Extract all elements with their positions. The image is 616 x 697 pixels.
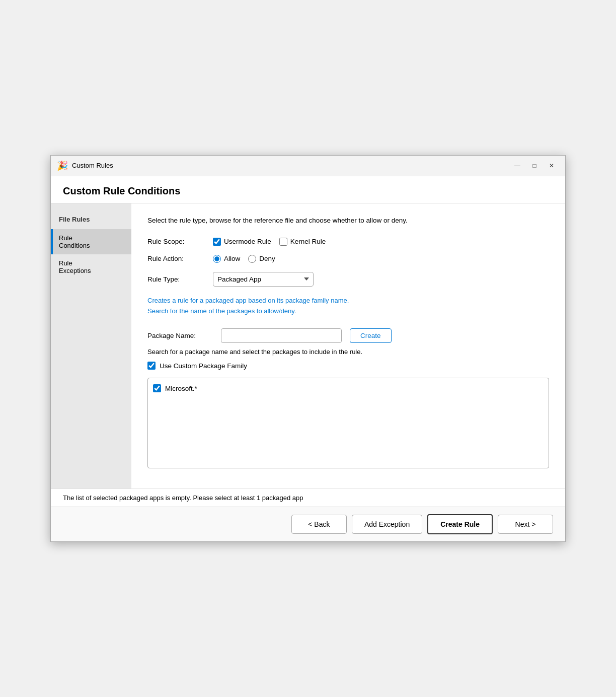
rule-scope-row: Rule Scope: Usermode Rule Kernel Rule — [147, 238, 549, 246]
content-area: File Rules RuleConditions RuleExceptions… — [51, 203, 565, 489]
maximize-button[interactable]: □ — [527, 160, 542, 172]
package-name-input[interactable] — [221, 328, 342, 343]
usermode-rule-text: Usermode Rule — [224, 238, 271, 245]
package-name-label: Package Name: — [147, 332, 213, 339]
info-text: Creates a rule for a packaged app based … — [147, 296, 549, 317]
allow-radio-text: Allow — [224, 255, 240, 262]
title-bar-text: Custom Rules — [72, 162, 510, 169]
rule-type-controls: Publisher Hash Path Packaged App — [213, 272, 549, 287]
sidebar-section-label: File Rules — [51, 212, 131, 229]
rule-type-label: Rule Type: — [147, 275, 213, 283]
page-title: Custom Rule Conditions — [63, 185, 553, 197]
minimize-button[interactable]: — — [510, 160, 525, 172]
back-button[interactable]: < Back — [291, 515, 347, 534]
title-bar: 🎉 Custom Rules — □ ✕ — [51, 156, 565, 176]
kernel-rule-text: Kernel Rule — [290, 238, 326, 245]
main-content: Select the rule type, browse for the ref… — [131, 203, 565, 489]
kernel-rule-checkbox[interactable] — [279, 238, 287, 246]
rule-scope-label: Rule Scope: — [147, 238, 213, 245]
sidebar-item-rule-conditions[interactable]: RuleConditions — [51, 229, 131, 254]
rule-scope-controls: Usermode Rule Kernel Rule — [213, 238, 549, 246]
main-window: 🎉 Custom Rules — □ ✕ Custom Rule Conditi… — [50, 155, 566, 542]
description-text: Select the rule type, browse for the ref… — [147, 216, 549, 226]
close-button[interactable]: ✕ — [544, 160, 559, 172]
app-icon: 🎉 — [57, 160, 68, 171]
custom-family-row: Use Custom Package Family — [147, 362, 549, 370]
package-name-row: Package Name: Create — [147, 328, 549, 343]
status-bar: The list of selected packaged apps is em… — [51, 489, 565, 507]
sidebar-item-label-rule-exceptions: RuleExceptions — [53, 254, 131, 280]
usermode-rule-checkbox[interactable] — [213, 238, 221, 246]
bottom-bar: < Back Add Exception Create Rule Next > — [51, 507, 565, 541]
rule-action-controls: Allow Deny — [213, 255, 549, 263]
create-rule-button[interactable]: Create Rule — [427, 514, 493, 534]
allow-radio[interactable] — [213, 255, 221, 263]
list-item: Microsoft.* — [152, 382, 545, 394]
sidebar-item-label-rule-conditions: RuleConditions — [53, 229, 131, 254]
package-item-label: Microsoft.* — [165, 385, 197, 392]
package-item-checkbox[interactable] — [153, 384, 161, 392]
add-exception-button[interactable]: Add Exception — [352, 515, 422, 534]
kernel-rule-label[interactable]: Kernel Rule — [279, 238, 326, 246]
rule-action-row: Rule Action: Allow Deny — [147, 255, 549, 263]
allow-radio-label[interactable]: Allow — [213, 255, 240, 263]
sidebar: File Rules RuleConditions RuleExceptions — [51, 203, 131, 489]
create-button[interactable]: Create — [350, 328, 392, 343]
packages-list: Microsoft.* — [147, 378, 549, 468]
page-header: Custom Rule Conditions — [51, 176, 565, 203]
sidebar-item-rule-exceptions[interactable]: RuleExceptions — [51, 254, 131, 280]
search-hint: Search for a package name and select the… — [147, 348, 549, 356]
deny-radio-text: Deny — [259, 255, 275, 262]
title-bar-controls: — □ ✕ — [510, 160, 559, 172]
rule-type-row: Rule Type: Publisher Hash Path Packaged … — [147, 272, 549, 287]
rule-action-label: Rule Action: — [147, 255, 213, 262]
next-button[interactable]: Next > — [498, 515, 553, 534]
custom-family-checkbox[interactable] — [147, 362, 156, 370]
custom-family-label: Use Custom Package Family — [160, 362, 247, 370]
rule-type-select[interactable]: Publisher Hash Path Packaged App — [213, 272, 314, 287]
status-message: The list of selected packaged apps is em… — [63, 494, 303, 502]
deny-radio-label[interactable]: Deny — [248, 255, 275, 263]
usermode-rule-label[interactable]: Usermode Rule — [213, 238, 271, 246]
deny-radio[interactable] — [248, 255, 256, 263]
